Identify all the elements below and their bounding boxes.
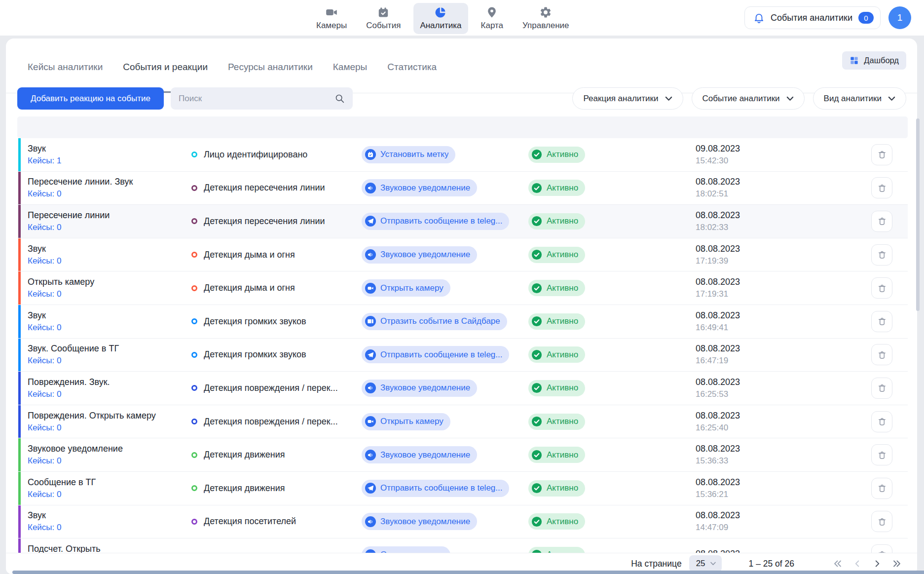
reaction-label: Звуковое уведомление [380, 517, 470, 527]
label-icon [365, 149, 376, 160]
delete-button[interactable] [871, 177, 892, 198]
status-label: Активно [547, 250, 578, 260]
avatar[interactable]: 1 [888, 6, 911, 29]
cases-link[interactable]: Кейсы: 0 [28, 323, 181, 333]
nav-item[interactable]: События [360, 3, 407, 34]
cases-link[interactable]: Кейсы: 1 [28, 156, 181, 166]
table-row[interactable]: Пересечение линии Кейсы: 0 Детекция пере… [17, 205, 908, 238]
delete-button[interactable] [871, 411, 892, 432]
status-check-icon [531, 183, 542, 193]
filter-dropdown[interactable]: Вид аналитики [813, 87, 906, 110]
per-page-select[interactable]: 25 [689, 555, 722, 572]
reaction-chip[interactable]: Отправить сообщение в teleg... [362, 213, 509, 230]
created-date: 08.08.2023 [696, 377, 868, 387]
tab[interactable]: Камеры [333, 38, 368, 93]
table-row[interactable]: Повреждения. Звук. Кейсы: 0 Детекция пов… [17, 372, 908, 405]
table-row[interactable]: Звуковое уведомление Кейсы: 0 Детекция д… [17, 438, 908, 472]
delete-button[interactable] [871, 511, 892, 532]
cases-link[interactable]: Кейсы: 0 [28, 289, 181, 299]
reaction-chip[interactable]: Звуковое уведомление [362, 179, 477, 196]
cases-link[interactable]: Кейсы: 0 [28, 356, 181, 366]
reaction-chip[interactable]: Отправить сообщение в teleg... [362, 480, 509, 497]
last-page-button[interactable] [889, 556, 904, 572]
cases-link[interactable]: Кейсы: 0 [28, 490, 181, 499]
delete-button[interactable] [871, 244, 892, 266]
nav-item[interactable]: Карта [475, 3, 510, 34]
delete-button[interactable] [871, 444, 892, 465]
reaction-chip[interactable]: Открыть камеру [362, 546, 450, 553]
reaction-chip[interactable]: Открыть камеру [362, 413, 450, 430]
status-badge: Активно [528, 346, 585, 363]
telegram-icon [365, 349, 376, 360]
cases-count: 0 [57, 256, 61, 266]
delete-button[interactable] [871, 478, 892, 499]
cases-count: 0 [57, 356, 61, 365]
add-reaction-button[interactable]: Добавить реакцию на событие [17, 87, 164, 110]
reaction-chip[interactable]: Звуковое уведомление [362, 246, 477, 264]
delete-button[interactable] [871, 211, 892, 232]
reaction-chip[interactable]: Отправить сообщение в teleg... [362, 346, 509, 363]
reaction-label: Звуковое уведомление [380, 183, 470, 193]
row-color-stripe [18, 138, 21, 171]
created-date: 08.08.2023 [696, 244, 868, 254]
reaction-chip[interactable]: Звуковое уведомление [362, 380, 477, 397]
tab[interactable]: События и реакции [123, 38, 208, 93]
nav-item[interactable]: Камеры [310, 3, 353, 34]
delete-button[interactable] [871, 144, 892, 165]
cases-link[interactable]: Кейсы: 0 [28, 389, 181, 399]
chevron-down-icon [665, 96, 672, 101]
created-time: 15:36:33 [696, 456, 868, 466]
cases-link[interactable]: Кейсы: 0 [28, 523, 181, 533]
delete-button[interactable] [871, 544, 892, 553]
table-row[interactable]: Повреждения. Открыть камеру Кейсы: 0 Дет… [17, 405, 908, 439]
vertical-scrollbar[interactable] [916, 118, 920, 311]
search-input[interactable] [179, 94, 334, 104]
reaction-chip[interactable]: Установить метку [362, 146, 455, 163]
cases-link[interactable]: Кейсы: 0 [28, 189, 181, 199]
cases-link[interactable]: Кейсы: 0 [28, 256, 181, 266]
delete-button[interactable] [871, 378, 892, 399]
status-badge: Активно [528, 313, 585, 330]
prev-page-button[interactable] [850, 556, 865, 572]
trash-icon [877, 450, 887, 460]
horizontal-scrollbar[interactable] [12, 571, 924, 574]
event-name: Детекция посетителей [204, 516, 296, 527]
notifications-count-badge: 0 [858, 12, 874, 24]
reaction-chip[interactable]: Звуковое уведомление [362, 513, 477, 530]
table-row[interactable]: Звук Кейсы: 1 Лицо идентифицировано Уста… [17, 138, 908, 172]
reaction-name: Подсчет. Открыть [28, 544, 181, 553]
cases-link[interactable]: Кейсы: 0 [28, 223, 181, 232]
cases-link[interactable]: Кейсы: 0 [28, 423, 181, 433]
created-date: 09.08.2023 [696, 144, 868, 154]
tab[interactable]: Ресурсы аналитики [228, 38, 313, 93]
filter-dropdown[interactable]: Событие аналитики [692, 87, 805, 110]
analytics-events-button[interactable]: События аналитики 0 [744, 6, 881, 29]
double-chevron-left-icon [832, 558, 843, 569]
table-row[interactable]: Звук. Сообщение в ТГ Кейсы: 0 Детекция г… [17, 339, 908, 372]
nav-item[interactable]: Управление [516, 3, 576, 34]
table-row[interactable]: Звук Кейсы: 0 Детекция дыма и огня Звуко… [17, 238, 908, 272]
reaction-chip[interactable]: Открыть камеру [362, 279, 450, 297]
delete-button[interactable] [871, 311, 892, 332]
delete-button[interactable] [871, 344, 892, 365]
reaction-chip[interactable]: Звуковое уведомление [362, 446, 477, 463]
table-row[interactable]: Открыть камеру Кейсы: 0 Детекция дыма и … [17, 271, 908, 305]
delete-button[interactable] [871, 277, 892, 299]
table-row[interactable]: Звук Кейсы: 0 Детекция посетителей Звуко… [17, 505, 908, 539]
created-time: 16:49:41 [696, 323, 868, 333]
table-row[interactable]: Подсчет. Открыть Кейсы: 0 Открыть камеру… [17, 538, 908, 553]
table-row[interactable]: Сообщение в ТГ Кейсы: 0 Детекция движени… [17, 472, 908, 505]
tab[interactable]: Статистика [387, 38, 437, 93]
reaction-name: Звук [28, 144, 181, 154]
table-row[interactable]: Звук Кейсы: 0 Детекция громких звуков От… [17, 305, 908, 339]
cases-count: 0 [57, 523, 61, 532]
dashboard-button[interactable]: Дашборд [842, 51, 906, 70]
cases-link[interactable]: Кейсы: 0 [28, 456, 181, 466]
filter-dropdown[interactable]: Реакция аналитики [572, 87, 683, 110]
next-page-button[interactable] [869, 556, 885, 572]
first-page-button[interactable] [830, 556, 845, 572]
table-row[interactable]: Пересечение линии. Звук Кейсы: 0 Детекци… [17, 172, 908, 205]
reaction-chip[interactable]: Отразить событие в Сайдбаре [362, 313, 507, 330]
tab[interactable]: Кейсы аналитики [28, 38, 103, 93]
nav-item[interactable]: Аналитика [413, 3, 468, 34]
